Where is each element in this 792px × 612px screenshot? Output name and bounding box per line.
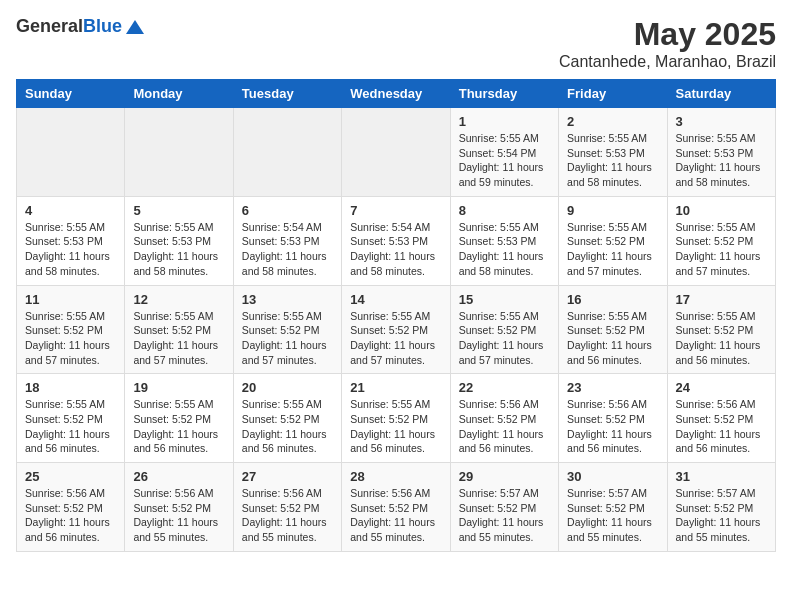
calendar-cell: 27Sunrise: 5:56 AM Sunset: 5:52 PM Dayli… bbox=[233, 463, 341, 552]
day-number: 26 bbox=[133, 469, 224, 484]
day-number: 5 bbox=[133, 203, 224, 218]
day-info: Sunrise: 5:55 AM Sunset: 5:52 PM Dayligh… bbox=[350, 309, 441, 368]
day-number: 10 bbox=[676, 203, 767, 218]
column-header-sunday: Sunday bbox=[17, 80, 125, 108]
day-number: 7 bbox=[350, 203, 441, 218]
calendar-cell: 30Sunrise: 5:57 AM Sunset: 5:52 PM Dayli… bbox=[559, 463, 667, 552]
calendar-header-row: SundayMondayTuesdayWednesdayThursdayFrid… bbox=[17, 80, 776, 108]
logo-icon bbox=[124, 16, 146, 38]
calendar-cell bbox=[233, 108, 341, 197]
day-info: Sunrise: 5:56 AM Sunset: 5:52 PM Dayligh… bbox=[133, 486, 224, 545]
calendar-cell: 20Sunrise: 5:55 AM Sunset: 5:52 PM Dayli… bbox=[233, 374, 341, 463]
column-header-thursday: Thursday bbox=[450, 80, 558, 108]
day-number: 6 bbox=[242, 203, 333, 218]
logo: GeneralBlue bbox=[16, 16, 146, 38]
column-header-friday: Friday bbox=[559, 80, 667, 108]
calendar-cell: 19Sunrise: 5:55 AM Sunset: 5:52 PM Dayli… bbox=[125, 374, 233, 463]
calendar-cell: 23Sunrise: 5:56 AM Sunset: 5:52 PM Dayli… bbox=[559, 374, 667, 463]
day-info: Sunrise: 5:55 AM Sunset: 5:52 PM Dayligh… bbox=[350, 397, 441, 456]
page-subtitle: Cantanhede, Maranhao, Brazil bbox=[559, 53, 776, 71]
day-number: 12 bbox=[133, 292, 224, 307]
column-header-monday: Monday bbox=[125, 80, 233, 108]
day-info: Sunrise: 5:55 AM Sunset: 5:52 PM Dayligh… bbox=[25, 397, 116, 456]
day-number: 1 bbox=[459, 114, 550, 129]
day-number: 4 bbox=[25, 203, 116, 218]
day-info: Sunrise: 5:54 AM Sunset: 5:53 PM Dayligh… bbox=[242, 220, 333, 279]
calendar-cell: 2Sunrise: 5:55 AM Sunset: 5:53 PM Daylig… bbox=[559, 108, 667, 197]
day-info: Sunrise: 5:55 AM Sunset: 5:53 PM Dayligh… bbox=[459, 220, 550, 279]
day-info: Sunrise: 5:55 AM Sunset: 5:52 PM Dayligh… bbox=[567, 220, 658, 279]
day-info: Sunrise: 5:55 AM Sunset: 5:53 PM Dayligh… bbox=[25, 220, 116, 279]
calendar-cell: 13Sunrise: 5:55 AM Sunset: 5:52 PM Dayli… bbox=[233, 285, 341, 374]
day-number: 21 bbox=[350, 380, 441, 395]
calendar-cell: 17Sunrise: 5:55 AM Sunset: 5:52 PM Dayli… bbox=[667, 285, 775, 374]
calendar-cell: 5Sunrise: 5:55 AM Sunset: 5:53 PM Daylig… bbox=[125, 196, 233, 285]
day-number: 11 bbox=[25, 292, 116, 307]
logo-blue: Blue bbox=[83, 16, 122, 36]
column-header-saturday: Saturday bbox=[667, 80, 775, 108]
day-info: Sunrise: 5:55 AM Sunset: 5:53 PM Dayligh… bbox=[567, 131, 658, 190]
calendar-cell: 3Sunrise: 5:55 AM Sunset: 5:53 PM Daylig… bbox=[667, 108, 775, 197]
calendar-week-row: 4Sunrise: 5:55 AM Sunset: 5:53 PM Daylig… bbox=[17, 196, 776, 285]
calendar-cell: 6Sunrise: 5:54 AM Sunset: 5:53 PM Daylig… bbox=[233, 196, 341, 285]
calendar-cell bbox=[342, 108, 450, 197]
calendar-cell: 25Sunrise: 5:56 AM Sunset: 5:52 PM Dayli… bbox=[17, 463, 125, 552]
day-number: 3 bbox=[676, 114, 767, 129]
day-info: Sunrise: 5:55 AM Sunset: 5:52 PM Dayligh… bbox=[242, 397, 333, 456]
calendar-cell bbox=[125, 108, 233, 197]
day-info: Sunrise: 5:57 AM Sunset: 5:52 PM Dayligh… bbox=[459, 486, 550, 545]
day-number: 29 bbox=[459, 469, 550, 484]
day-info: Sunrise: 5:57 AM Sunset: 5:52 PM Dayligh… bbox=[676, 486, 767, 545]
day-info: Sunrise: 5:54 AM Sunset: 5:53 PM Dayligh… bbox=[350, 220, 441, 279]
calendar-week-row: 18Sunrise: 5:55 AM Sunset: 5:52 PM Dayli… bbox=[17, 374, 776, 463]
calendar-cell: 14Sunrise: 5:55 AM Sunset: 5:52 PM Dayli… bbox=[342, 285, 450, 374]
day-number: 18 bbox=[25, 380, 116, 395]
day-number: 25 bbox=[25, 469, 116, 484]
calendar-cell: 26Sunrise: 5:56 AM Sunset: 5:52 PM Dayli… bbox=[125, 463, 233, 552]
day-number: 28 bbox=[350, 469, 441, 484]
logo-general: General bbox=[16, 16, 83, 36]
column-header-tuesday: Tuesday bbox=[233, 80, 341, 108]
calendar-cell: 29Sunrise: 5:57 AM Sunset: 5:52 PM Dayli… bbox=[450, 463, 558, 552]
day-info: Sunrise: 5:55 AM Sunset: 5:52 PM Dayligh… bbox=[242, 309, 333, 368]
day-info: Sunrise: 5:55 AM Sunset: 5:54 PM Dayligh… bbox=[459, 131, 550, 190]
day-number: 15 bbox=[459, 292, 550, 307]
calendar-cell: 21Sunrise: 5:55 AM Sunset: 5:52 PM Dayli… bbox=[342, 374, 450, 463]
calendar-cell: 12Sunrise: 5:55 AM Sunset: 5:52 PM Dayli… bbox=[125, 285, 233, 374]
page-title: May 2025 bbox=[559, 16, 776, 53]
day-info: Sunrise: 5:56 AM Sunset: 5:52 PM Dayligh… bbox=[242, 486, 333, 545]
day-number: 23 bbox=[567, 380, 658, 395]
calendar-cell: 28Sunrise: 5:56 AM Sunset: 5:52 PM Dayli… bbox=[342, 463, 450, 552]
title-block: May 2025 Cantanhede, Maranhao, Brazil bbox=[559, 16, 776, 71]
calendar-cell: 1Sunrise: 5:55 AM Sunset: 5:54 PM Daylig… bbox=[450, 108, 558, 197]
day-number: 27 bbox=[242, 469, 333, 484]
calendar-cell: 15Sunrise: 5:55 AM Sunset: 5:52 PM Dayli… bbox=[450, 285, 558, 374]
day-number: 30 bbox=[567, 469, 658, 484]
calendar-table: SundayMondayTuesdayWednesdayThursdayFrid… bbox=[16, 79, 776, 552]
day-info: Sunrise: 5:57 AM Sunset: 5:52 PM Dayligh… bbox=[567, 486, 658, 545]
calendar-week-row: 11Sunrise: 5:55 AM Sunset: 5:52 PM Dayli… bbox=[17, 285, 776, 374]
calendar-cell bbox=[17, 108, 125, 197]
day-number: 9 bbox=[567, 203, 658, 218]
calendar-cell: 16Sunrise: 5:55 AM Sunset: 5:52 PM Dayli… bbox=[559, 285, 667, 374]
day-number: 31 bbox=[676, 469, 767, 484]
svg-marker-0 bbox=[126, 20, 144, 34]
day-number: 13 bbox=[242, 292, 333, 307]
day-info: Sunrise: 5:55 AM Sunset: 5:53 PM Dayligh… bbox=[133, 220, 224, 279]
calendar-cell: 7Sunrise: 5:54 AM Sunset: 5:53 PM Daylig… bbox=[342, 196, 450, 285]
calendar-cell: 31Sunrise: 5:57 AM Sunset: 5:52 PM Dayli… bbox=[667, 463, 775, 552]
day-info: Sunrise: 5:55 AM Sunset: 5:53 PM Dayligh… bbox=[676, 131, 767, 190]
calendar-cell: 22Sunrise: 5:56 AM Sunset: 5:52 PM Dayli… bbox=[450, 374, 558, 463]
day-info: Sunrise: 5:55 AM Sunset: 5:52 PM Dayligh… bbox=[25, 309, 116, 368]
day-number: 14 bbox=[350, 292, 441, 307]
day-number: 20 bbox=[242, 380, 333, 395]
day-number: 8 bbox=[459, 203, 550, 218]
day-info: Sunrise: 5:55 AM Sunset: 5:52 PM Dayligh… bbox=[676, 309, 767, 368]
calendar-week-row: 25Sunrise: 5:56 AM Sunset: 5:52 PM Dayli… bbox=[17, 463, 776, 552]
calendar-cell: 18Sunrise: 5:55 AM Sunset: 5:52 PM Dayli… bbox=[17, 374, 125, 463]
calendar-cell: 4Sunrise: 5:55 AM Sunset: 5:53 PM Daylig… bbox=[17, 196, 125, 285]
day-number: 22 bbox=[459, 380, 550, 395]
page-header: GeneralBlue May 2025 Cantanhede, Maranha… bbox=[16, 16, 776, 71]
column-header-wednesday: Wednesday bbox=[342, 80, 450, 108]
calendar-week-row: 1Sunrise: 5:55 AM Sunset: 5:54 PM Daylig… bbox=[17, 108, 776, 197]
